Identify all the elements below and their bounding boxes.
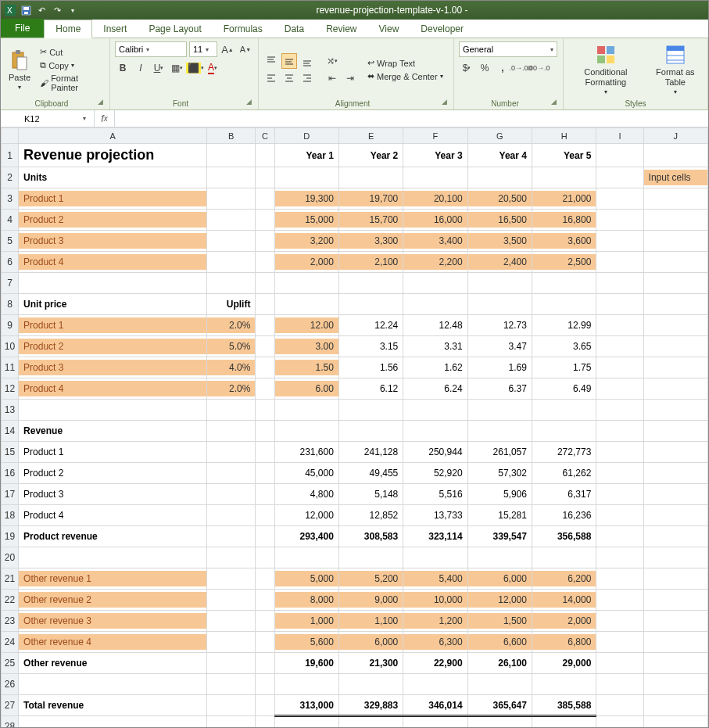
cell[interactable] bbox=[643, 590, 707, 611]
cell[interactable]: 15,281 bbox=[467, 505, 532, 526]
cell[interactable]: 6.12 bbox=[338, 378, 403, 400]
cell[interactable]: 3.31 bbox=[403, 336, 467, 357]
cell[interactable]: Product 1 bbox=[19, 188, 207, 210]
cell[interactable] bbox=[467, 547, 532, 568]
cell[interactable] bbox=[643, 547, 707, 568]
cell[interactable] bbox=[207, 231, 256, 252]
cell[interactable] bbox=[596, 611, 643, 632]
cell[interactable]: Product 1 bbox=[19, 442, 207, 463]
dialog-launcher-icon[interactable]: ◢ bbox=[98, 98, 105, 108]
cell[interactable] bbox=[467, 421, 532, 442]
cell[interactable] bbox=[207, 421, 256, 442]
cell[interactable] bbox=[643, 568, 707, 590]
cell[interactable]: 313,000 bbox=[274, 695, 338, 716]
cell[interactable]: 1,000 bbox=[274, 611, 338, 632]
cell[interactable]: 2,500 bbox=[532, 252, 596, 273]
cell[interactable]: Product revenue bbox=[19, 526, 207, 547]
worksheet[interactable]: A B C D E F G H I J 1Revenue projectionY… bbox=[1, 127, 708, 727]
cell[interactable]: 12.73 bbox=[467, 315, 532, 336]
cell[interactable] bbox=[19, 273, 207, 294]
cell[interactable] bbox=[596, 632, 643, 653]
cell[interactable] bbox=[596, 315, 643, 336]
cell[interactable] bbox=[256, 400, 274, 421]
col-header[interactable]: C bbox=[256, 128, 274, 144]
cell[interactable]: 49,455 bbox=[338, 463, 403, 484]
cell[interactable]: 6,000 bbox=[338, 632, 403, 653]
cell[interactable] bbox=[274, 400, 338, 421]
cell[interactable] bbox=[596, 695, 643, 716]
row-header[interactable]: 15 bbox=[2, 442, 19, 463]
dialog-launcher-icon[interactable]: ◢ bbox=[246, 98, 253, 108]
cell[interactable] bbox=[207, 210, 256, 231]
row-header[interactable]: 11 bbox=[2, 357, 19, 378]
row-header[interactable]: 16 bbox=[2, 463, 19, 484]
cell[interactable] bbox=[467, 167, 532, 188]
cell[interactable]: 308,583 bbox=[338, 526, 403, 547]
cell[interactable]: 1,500 bbox=[467, 611, 532, 632]
cell[interactable]: 2.0% bbox=[207, 378, 256, 400]
cell[interactable]: 5,600 bbox=[274, 632, 338, 653]
cell[interactable] bbox=[643, 695, 707, 716]
cell[interactable] bbox=[596, 167, 643, 188]
cell[interactable] bbox=[274, 716, 338, 729]
cell[interactable]: Product 4 bbox=[19, 252, 207, 273]
cell[interactable]: 16,236 bbox=[532, 505, 596, 526]
cell[interactable]: 5,400 bbox=[403, 568, 467, 590]
font-name-dropdown[interactable]: Calibri▾ bbox=[115, 41, 187, 57]
cell[interactable] bbox=[596, 463, 643, 484]
cell[interactable] bbox=[338, 294, 403, 315]
cell[interactable] bbox=[207, 463, 256, 484]
row-header[interactable]: 7 bbox=[2, 273, 19, 294]
cell[interactable] bbox=[643, 231, 707, 252]
cell[interactable]: 4,800 bbox=[274, 484, 338, 505]
row-header[interactable]: 27 bbox=[2, 695, 19, 716]
cell[interactable]: 2,200 bbox=[403, 252, 467, 273]
cell[interactable] bbox=[403, 273, 467, 294]
cell[interactable]: 346,014 bbox=[403, 695, 467, 716]
row-header[interactable]: 23 bbox=[2, 611, 19, 632]
col-header[interactable]: H bbox=[532, 128, 596, 144]
cell[interactable] bbox=[274, 273, 338, 294]
cell[interactable] bbox=[256, 378, 274, 400]
cell[interactable] bbox=[467, 674, 532, 695]
cell[interactable]: 3,200 bbox=[274, 231, 338, 252]
cell[interactable]: 1.56 bbox=[338, 357, 403, 378]
cell[interactable] bbox=[207, 632, 256, 653]
cell[interactable] bbox=[256, 273, 274, 294]
cell[interactable]: 5,906 bbox=[467, 484, 532, 505]
cell[interactable] bbox=[596, 547, 643, 568]
cell[interactable]: 3,600 bbox=[532, 231, 596, 252]
cell[interactable]: 2,100 bbox=[338, 252, 403, 273]
cell[interactable]: 12,852 bbox=[338, 505, 403, 526]
cell[interactable]: 14,000 bbox=[532, 590, 596, 611]
copy-button[interactable]: ⧉Copy▾ bbox=[38, 59, 105, 71]
cell[interactable] bbox=[643, 378, 707, 400]
cell[interactable] bbox=[467, 273, 532, 294]
cell[interactable] bbox=[596, 294, 643, 315]
cell[interactable] bbox=[643, 611, 707, 632]
cell[interactable]: 5,200 bbox=[338, 568, 403, 590]
format-painter-button[interactable]: 🖌Format Painter bbox=[38, 73, 105, 93]
cell[interactable] bbox=[403, 400, 467, 421]
cell[interactable] bbox=[207, 590, 256, 611]
cell[interactable] bbox=[256, 590, 274, 611]
column-headers[interactable]: A B C D E F G H I J bbox=[2, 128, 708, 144]
cell[interactable] bbox=[207, 695, 256, 716]
cell[interactable] bbox=[467, 294, 532, 315]
row-header[interactable]: 8 bbox=[2, 294, 19, 315]
fill-color-button[interactable]: ⬛▾ bbox=[187, 60, 202, 76]
cell[interactable]: 1.69 bbox=[467, 357, 532, 378]
cell[interactable] bbox=[256, 695, 274, 716]
cell[interactable] bbox=[403, 716, 467, 729]
cell[interactable]: 20,500 bbox=[467, 188, 532, 210]
cell[interactable]: 261,057 bbox=[467, 442, 532, 463]
cell[interactable] bbox=[596, 378, 643, 400]
cell[interactable]: 15,700 bbox=[338, 210, 403, 231]
cell[interactable] bbox=[467, 716, 532, 729]
border-button[interactable]: ▦▾ bbox=[169, 60, 184, 76]
cell[interactable]: Year 3 bbox=[403, 144, 467, 167]
cell[interactable]: 3.00 bbox=[274, 336, 338, 357]
row-header[interactable]: 1 bbox=[2, 144, 19, 167]
cell[interactable]: 61,262 bbox=[532, 463, 596, 484]
cell[interactable]: Revenue bbox=[19, 421, 207, 442]
